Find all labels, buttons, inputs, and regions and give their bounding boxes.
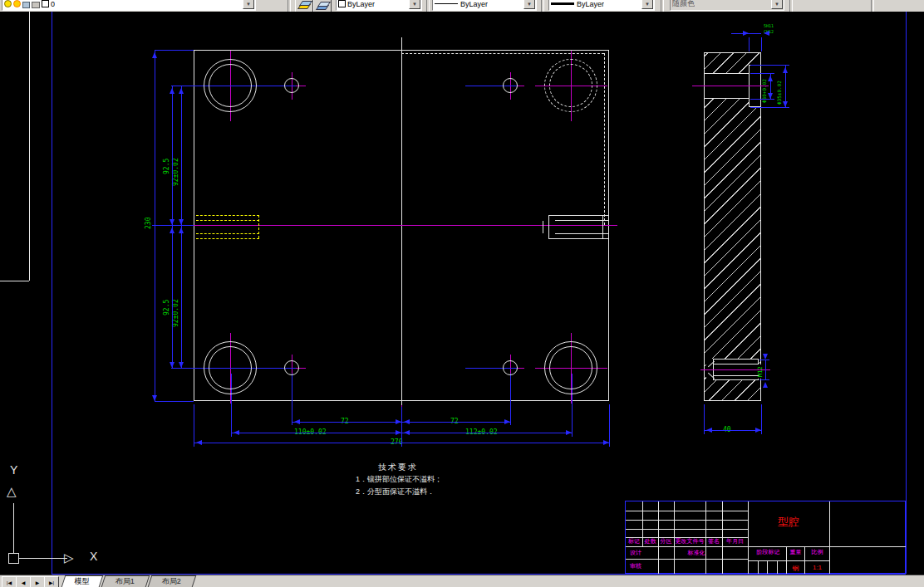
dim-arrowhead [170,225,174,233]
dim-arrowhead [566,430,574,435]
drawing-line [401,53,604,54]
dimension-line [765,360,766,379]
hidden-line [196,215,259,216]
linetype-dropdown-arrow-icon[interactable]: ▼ [523,0,535,9]
dim-arrowhead [170,86,174,94]
tab-model-label: 模型 [75,576,90,587]
layer-dropdown[interactable]: 0 ▼ [2,0,256,11]
dimension-line [906,12,907,574]
make-object-layer-current-button[interactable] [295,0,313,12]
dim-arrowhead [783,101,788,110]
first-tab-button[interactable]: |◀ [2,576,17,587]
autocad-window: 0 ▼ ByLayer ▼ ByLayer ▼ ByLayer [0,0,924,587]
title-block-grid-line [626,520,748,521]
hole-circle [284,360,299,375]
dim-arrowhead [152,50,157,58]
title-block-grid-line [674,501,675,546]
drawing-line [713,375,759,376]
dim-arrowhead [170,362,174,370]
title-block-grid-line [705,546,706,575]
tab-layout1[interactable]: 布局1 [101,575,150,587]
title-block-grid-line [748,501,749,575]
title-block-grid-line [705,501,706,546]
hidden-line [196,238,259,239]
dim-upper-half-tol: 92±0.02 [173,156,179,188]
layer-freeze-icon[interactable] [13,0,21,7]
dimension-line [172,86,173,225]
tab-layout2[interactable]: 布局2 [148,575,197,587]
title-block-grid-line [626,511,748,511]
dim-arrowhead [152,395,157,404]
lineweight-sample-icon [551,2,574,5]
dim-arrowhead [231,430,239,435]
toolbar-separator [426,0,430,12]
title-block-grid-line [626,537,748,538]
last-tab-button[interactable]: ▶| [44,576,59,587]
hole-circle [549,346,592,389]
layer-dropdown-arrow-icon[interactable]: ▼ [243,0,254,9]
prev-tab-button[interactable]: ◀ [16,576,31,587]
layout-tab-bar: |◀ ◀ ▶ ▶| 模型 布局1 布局2 [0,575,924,587]
hidden-line [196,233,259,234]
title-col-label: 标记 [626,538,642,545]
dim-arrowhead [179,362,184,370]
tab-layout2-label: 布局2 [162,576,181,587]
color-dropdown-arrow-icon[interactable]: ▼ [409,0,420,9]
hole-circle [284,78,299,93]
dim-arrowhead [743,31,751,36]
dim-arrowhead [783,65,788,73]
plotstyle-dropdown[interactable]: 随颜色 ▼ [670,0,784,11]
layer-plot-icon[interactable] [32,2,40,8]
dim-bore-inner: Φ30+0.02 [761,77,768,105]
layer-on-icon[interactable] [4,0,12,7]
dim-upper-half: 92.5 [164,157,170,176]
lineweight-value: ByLayer [577,0,604,8]
layer-lock-icon[interactable] [22,2,30,8]
linetype-dropdown[interactable]: ByLayer ▼ [432,0,537,11]
hidden-line [258,215,259,238]
drawing-line [602,216,603,239]
drawing-line [401,37,402,405]
title-block-grid-line [642,501,643,546]
dim-arrowhead [179,86,184,94]
dimension-line [155,50,194,51]
dim-thread: M12 [757,364,764,379]
title-block-grid-line [722,546,723,575]
object-properties-toolbar: 0 ▼ ByLayer ▼ ByLayer ▼ ByLayer [0,0,924,12]
dimension-line [155,401,194,402]
toolbar-separator [288,0,291,12]
drawing-line [543,221,543,233]
layer-previous-button[interactable] [313,0,332,12]
centerline [185,225,617,226]
linetype-value: ByLayer [460,0,488,8]
title-standardize-label: 标准化 [677,550,715,556]
dim-arrowhead [401,430,410,435]
dimension-line [52,12,52,574]
drawing-line [0,281,29,281]
title-part-name: 型腔 [748,515,829,530]
dim-arrowhead [763,379,768,388]
dim-arrowhead [768,73,773,81]
dimension-line [292,374,292,425]
layer-arrow-icon [299,1,310,9]
plotstyle-value: 随颜色 [672,0,695,9]
dim-arrowhead [194,440,202,445]
title-weight-value: 钢 [787,564,804,573]
tab-model[interactable]: 模型 [61,575,104,587]
lineweight-dropdown[interactable]: ByLayer ▼ [548,0,655,11]
hole-circle [503,78,518,93]
ucs-y-label: Y [10,463,17,477]
toolbar-separator [871,0,874,12]
drawing-line [555,220,609,221]
title-block-grid-line [658,501,659,546]
layer-color-swatch [42,0,49,7]
title-review-label: 审核 [627,563,644,570]
next-tab-button[interactable]: ▶ [30,576,45,587]
drawing-line [19,558,67,559]
plotstyle-dropdown-arrow-icon[interactable]: ▼ [771,0,783,9]
color-dropdown[interactable]: ByLayer ▼ [336,0,422,11]
dimension-line [761,37,762,51]
dim-arrowhead [179,225,184,233]
title-block-grid-line [722,501,723,546]
lineweight-dropdown-arrow-icon[interactable]: ▼ [641,0,653,9]
